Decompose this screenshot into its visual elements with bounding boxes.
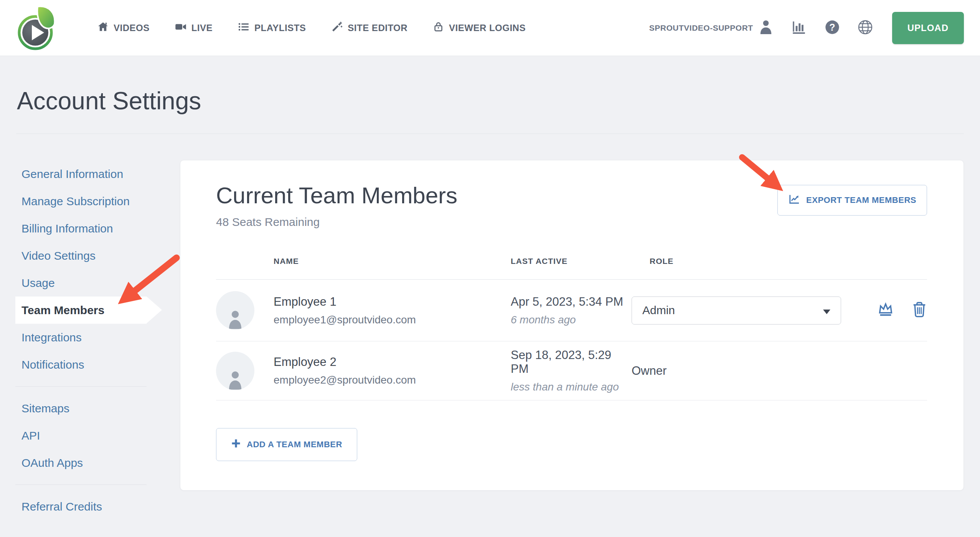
- last-active-column-header: LAST ACTIVE: [511, 257, 632, 266]
- top-navbar: VIDEOS LIVE PLAYLISTS: [0, 0, 980, 56]
- member-name: Employee 1: [274, 295, 511, 309]
- export-button-label: EXPORT TEAM MEMBERS: [806, 195, 916, 205]
- nav-item-label: VIEWER LOGINS: [449, 23, 526, 33]
- last-active-date: Apr 5, 2023, 5:34 PM: [511, 295, 632, 309]
- person-icon: [759, 19, 773, 37]
- primary-nav: VIDEOS LIVE PLAYLISTS: [72, 21, 526, 35]
- account-menu[interactable]: SPROUTVIDEO-SUPPORT: [649, 19, 773, 37]
- chevron-down-icon: [823, 304, 830, 317]
- account-name: SPROUTVIDEO-SUPPORT: [649, 23, 753, 33]
- member-email: employee2@sproutvideo.com: [274, 374, 511, 386]
- export-team-members-button[interactable]: EXPORT TEAM MEMBERS: [777, 185, 927, 216]
- avatar-cell: [216, 352, 274, 390]
- help-button[interactable]: ?: [825, 20, 840, 36]
- member-last-active: Sep 18, 2023, 5:29 PM less than a minute…: [511, 348, 632, 393]
- sidebar-item-manage-subscription[interactable]: Manage Subscription: [15, 188, 147, 215]
- nav-item-label: PLAYLISTS: [254, 23, 306, 33]
- table-row: Employee 1 employee1@sproutvideo.com Apr…: [216, 280, 927, 341]
- settings-sidebar: General Information Manage Subscription …: [16, 134, 177, 520]
- sidebar-item-billing-information[interactable]: Billing Information: [15, 215, 147, 242]
- last-active-relative: 6 months ago: [511, 314, 632, 326]
- card-title-block: Current Team Members 48 Seats Remaining: [216, 184, 457, 229]
- svg-text:?: ?: [829, 22, 835, 33]
- language-button[interactable]: [858, 20, 873, 36]
- plus-icon: [231, 438, 241, 451]
- crown-icon: [876, 301, 895, 320]
- card-title: Current Team Members: [216, 184, 457, 207]
- sidebar-item-usage[interactable]: Usage: [15, 269, 147, 297]
- sidebar-item-team-members[interactable]: Team Members: [15, 297, 147, 324]
- nav-item-label: VIDEOS: [114, 23, 150, 33]
- team-members-table: NAME LAST ACTIVE ROLE: [216, 257, 927, 400]
- make-owner-button[interactable]: [876, 301, 895, 320]
- add-button-label: ADD A TEAM MEMBER: [247, 440, 342, 450]
- playlist-icon: [238, 21, 249, 35]
- last-active-date: Sep 18, 2023, 5:29 PM: [511, 348, 632, 376]
- sidebar-divider: [15, 386, 147, 387]
- table-row: Employee 2 employee2@sproutvideo.com Sep…: [216, 341, 927, 400]
- globe-icon: [858, 20, 873, 36]
- nav-item-label: LIVE: [191, 23, 213, 33]
- lock-icon: [433, 21, 444, 35]
- member-identity: Employee 2 employee2@sproutvideo.com: [274, 355, 511, 386]
- last-active-relative: less than a minute ago: [511, 381, 632, 393]
- role-column-header: ROLE: [632, 257, 927, 266]
- add-team-member-button[interactable]: ADD A TEAM MEMBER: [216, 428, 357, 461]
- sproutvideo-logo[interactable]: [16, 5, 57, 53]
- avatar: [216, 291, 254, 329]
- avatar-cell: [216, 291, 274, 329]
- nav-item-site-editor[interactable]: SITE EDITOR: [331, 21, 408, 35]
- trash-icon: [912, 301, 927, 320]
- sidebar-divider: [15, 484, 147, 485]
- nav-item-videos[interactable]: VIDEOS: [97, 21, 150, 35]
- nav-item-label: SITE EDITOR: [348, 23, 408, 33]
- member-email: employee1@sproutvideo.com: [274, 314, 511, 326]
- member-identity: Employee 1 employee1@sproutvideo.com: [274, 295, 511, 326]
- role-text: Owner: [632, 364, 667, 378]
- chart-line-icon: [788, 193, 800, 207]
- page-title: Account Settings: [17, 87, 964, 114]
- avatar: [216, 352, 254, 390]
- team-members-card: Current Team Members 48 Seats Remaining …: [180, 160, 964, 491]
- sidebar-item-sitemaps[interactable]: Sitemaps: [15, 395, 147, 422]
- nav-item-playlists[interactable]: PLAYLISTS: [238, 21, 306, 35]
- table-header-row: NAME LAST ACTIVE ROLE: [216, 257, 927, 280]
- upload-button[interactable]: UPLOAD: [892, 12, 964, 44]
- nav-item-live[interactable]: LIVE: [175, 21, 213, 35]
- sidebar-item-oauth-apps[interactable]: OAuth Apps: [15, 449, 147, 476]
- sidebar-item-referral-credits[interactable]: Referral Credits: [15, 493, 147, 520]
- stats-button[interactable]: [791, 19, 807, 37]
- sidebar-item-api[interactable]: API: [15, 422, 147, 449]
- sidebar-item-integrations[interactable]: Integrations: [15, 324, 147, 351]
- home-icon: [97, 21, 109, 35]
- magic-wand-icon: [331, 21, 343, 35]
- sidebar-item-general-information[interactable]: General Information: [15, 160, 147, 188]
- member-last-active: Apr 5, 2023, 5:34 PM 6 months ago: [511, 295, 632, 326]
- bar-chart-icon: [791, 19, 807, 37]
- role-select[interactable]: Admin: [632, 297, 841, 325]
- seats-remaining: 48 Seats Remaining: [216, 216, 457, 229]
- account-settings-page: Account Settings General Information Man…: [0, 87, 980, 520]
- member-role-cell: Admin: [632, 297, 927, 325]
- role-select-value: Admin: [642, 304, 675, 317]
- member-role-cell: Owner: [632, 364, 927, 378]
- name-column-header: NAME: [274, 257, 511, 266]
- member-name: Employee 2: [274, 355, 511, 369]
- navbar-right: SPROUTVIDEO-SUPPORT: [649, 12, 964, 44]
- video-camera-icon: [175, 21, 186, 35]
- sidebar-item-notifications[interactable]: Notifications: [15, 351, 147, 378]
- sidebar-item-video-settings[interactable]: Video Settings: [15, 242, 147, 269]
- nav-item-viewer-logins[interactable]: VIEWER LOGINS: [433, 21, 526, 35]
- help-icon: ?: [825, 20, 840, 36]
- delete-member-button[interactable]: [912, 301, 927, 320]
